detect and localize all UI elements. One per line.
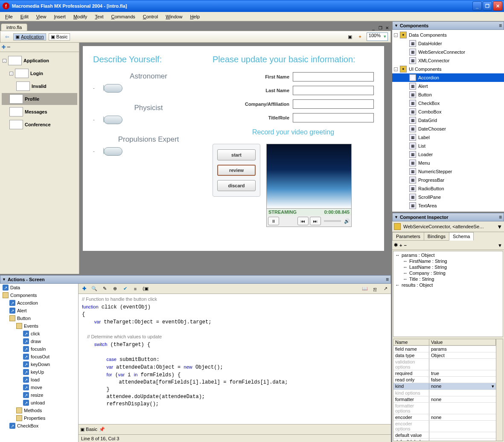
menu-view[interactable]: View — [33, 13, 50, 20]
component-button[interactable]: ▦Button — [392, 90, 504, 99]
outline-node-invalid[interactable]: Invalid — [2, 80, 77, 92]
toolbox-accordion[interactable]: ↗Accordion — [0, 299, 78, 307]
menu-edit[interactable]: Edit — [17, 13, 32, 20]
toolbox-keydown[interactable]: ↗keyDown — [0, 361, 78, 368]
panel-menu-icon[interactable]: ≡ — [499, 23, 502, 29]
doc-restore-button[interactable]: ❐ — [377, 25, 383, 31]
stage-scroll[interactable]: Describe Yourself: Astronomer-+Physicist… — [79, 43, 391, 274]
schema-node[interactable]: ←results : Object — [394, 282, 502, 288]
outline-node-conference[interactable]: Conference — [2, 119, 77, 131]
component-loader[interactable]: ▦Loader — [392, 150, 504, 159]
inspector-panel-header[interactable]: ▼ Component Inspector ≡ — [392, 213, 504, 221]
prop-row-default-value[interactable]: default value — [393, 432, 496, 439]
component-progressbar[interactable]: ▦ProgressBar — [392, 176, 504, 184]
component-menu[interactable]: ▦Menu — [392, 159, 504, 167]
add-icon[interactable]: ✚ — [80, 285, 88, 293]
format-icon[interactable]: ≡ — [131, 285, 139, 293]
outline-node-messages[interactable]: Messages — [2, 106, 77, 118]
script-tab-basic[interactable]: ▣ Basic — [80, 427, 97, 432]
breadcrumb-basic[interactable]: ▣ Basic — [49, 33, 70, 41]
slider-physicist[interactable] — [103, 116, 104, 122]
toolbox-events[interactable]: Events — [0, 322, 78, 330]
toolbox-button[interactable]: Button — [0, 314, 78, 322]
component-numericstepper[interactable]: ▦NumericStepper — [392, 167, 504, 176]
schema-node[interactable]: ↔Company : String — [394, 270, 502, 276]
start-button[interactable]: start — [217, 149, 256, 160]
component-accordion[interactable]: ▦Accordion — [392, 73, 504, 82]
toolbox-components[interactable]: Components — [0, 291, 78, 299]
outline-node-login[interactable]: - Login — [2, 67, 77, 79]
prop-row-encoder-options[interactable]: encoder options — [393, 421, 496, 432]
toolbox-keyup[interactable]: ↗keyUp — [0, 368, 78, 376]
toolbox-data[interactable]: ↗Data — [0, 284, 78, 291]
pin-icon[interactable]: ↗ — [382, 285, 389, 293]
component-datagrid[interactable]: ▦DataGrid — [392, 116, 504, 125]
input-first-name[interactable] — [293, 72, 374, 81]
minus-icon[interactable]: − — [404, 243, 406, 248]
inspector-tab-schema[interactable]: Schema — [449, 232, 474, 241]
component-checkbox[interactable]: ▦CheckBox — [392, 99, 504, 108]
component-list[interactable]: ▦List — [392, 142, 504, 150]
schema-tree[interactable]: ↔params : Object↔FirstName : String↔Last… — [393, 251, 503, 337]
menu-insert[interactable]: Insert — [50, 13, 69, 20]
slider-astronomer[interactable] — [103, 85, 104, 91]
collapse-icon[interactable]: ▼ — [2, 277, 6, 282]
target-icon[interactable]: ⊕ — [111, 285, 119, 293]
component-label[interactable]: ▦Label — [392, 133, 504, 142]
prop-row-read-only[interactable]: read onlyfalse — [393, 377, 496, 383]
component-scrollpane[interactable]: ▦ScrollPane — [392, 193, 504, 201]
slider-propulsions-expert[interactable] — [103, 148, 104, 154]
forward-button[interactable]: ⏭ — [310, 217, 321, 225]
menu-control[interactable]: Control — [140, 13, 161, 20]
prop-row-validation-options[interactable]: validation options — [393, 359, 496, 370]
schema-menu-icon[interactable]: ▼ — [498, 243, 502, 248]
prop-row-data-type[interactable]: data typeObject — [393, 352, 496, 359]
schema-node[interactable]: ↔Title : String — [394, 276, 502, 282]
add-screen-icon[interactable]: ✚ — [2, 44, 6, 50]
toolbox-properties[interactable]: Properties — [0, 414, 78, 422]
toolbox-resize[interactable]: ↗resize — [0, 391, 78, 399]
breadcrumb-application[interactable]: ▣ Application — [13, 33, 46, 41]
scene-icon[interactable]: ▣ — [346, 33, 354, 41]
code-editor[interactable]: // Function to handle the button click f… — [79, 294, 391, 424]
menu-commands[interactable]: Commands — [108, 13, 139, 20]
maximize-button[interactable]: ❐ — [483, 1, 492, 11]
reference-icon[interactable]: 📖 — [361, 285, 369, 293]
volume-slider[interactable] — [324, 220, 341, 222]
find-icon[interactable]: 🔍 — [90, 285, 98, 293]
target-menu-icon[interactable]: ▼ — [497, 224, 502, 230]
component-xmlconnector[interactable]: ▦XMLConnector — [392, 56, 504, 65]
prop-row-field-name[interactable]: field nameparams — [393, 346, 496, 352]
menu-modify[interactable]: Modify — [70, 13, 90, 20]
component-radiobutton[interactable]: ▦RadioButton — [392, 184, 504, 193]
debug-icon[interactable]: ஐ — [371, 285, 379, 293]
volume-icon[interactable]: 🔊 — [344, 218, 350, 224]
input-company-affiliation[interactable] — [293, 99, 374, 109]
input-title-role[interactable] — [293, 113, 374, 122]
prop-row-formatter-options[interactable]: formatter options — [393, 403, 496, 414]
input-last-name[interactable] — [293, 86, 374, 95]
toolbox-draw[interactable]: ↗draw — [0, 337, 78, 345]
rewind-button[interactable]: ⏮ — [297, 217, 309, 225]
symbol-icon[interactable]: ✦ — [356, 33, 364, 41]
component-group-data-components[interactable]: - ✦ Data Components — [392, 31, 504, 39]
prop-row-kind[interactable]: kindnone ▾ — [393, 383, 496, 390]
toolbox-checkbox[interactable]: ↗CheckBox — [0, 422, 78, 430]
actions-panel-header[interactable]: ▼ Actions - Screen ≡ — [0, 275, 391, 284]
collapse-icon[interactable]: ▼ — [394, 23, 398, 28]
zoom-select[interactable]: 100% — [367, 32, 388, 41]
close-button[interactable]: ✕ — [493, 1, 502, 11]
toolbox-load[interactable]: ↗load — [0, 376, 78, 384]
component-combobox[interactable]: ▦ComboBox — [392, 108, 504, 116]
property-grid[interactable]: Name Value field nameparamsdata typeObje… — [393, 339, 503, 441]
check-icon[interactable]: ✔ — [121, 285, 129, 293]
panel-menu-icon[interactable]: ≡ — [386, 276, 389, 282]
outline-node-application[interactable]: - Application — [2, 55, 77, 67]
component-dataholder[interactable]: ▦DataHolder — [392, 39, 504, 48]
inspector-tab-bindings[interactable]: Bindings — [424, 232, 449, 241]
hint-icon[interactable]: (▣ — [142, 285, 149, 293]
toolbox-unload[interactable]: ↗unload — [0, 399, 78, 407]
doc-minimize-button[interactable]: _ — [370, 25, 376, 31]
toolbox-focusin[interactable]: ↗focusIn — [0, 345, 78, 353]
component-datechooser[interactable]: ▦DateChooser — [392, 125, 504, 133]
